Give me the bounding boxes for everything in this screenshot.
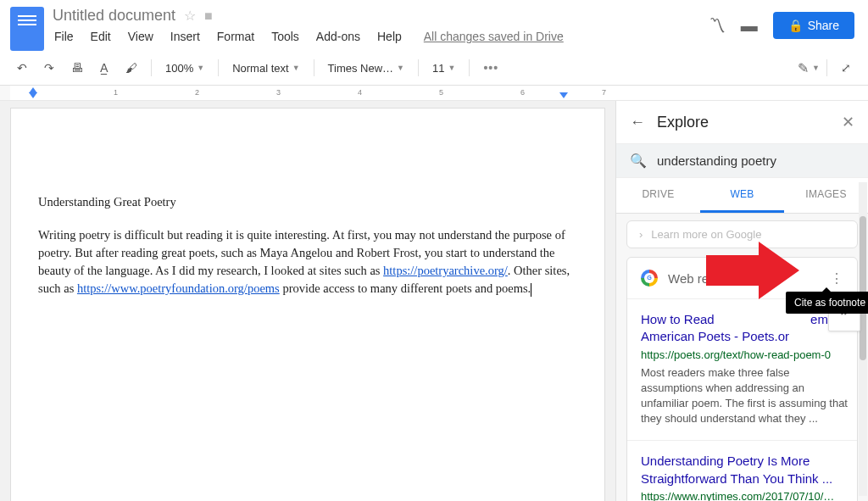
learn-more-text: Learn more on Google [651, 228, 761, 241]
ruler-tick: 4 [358, 88, 362, 97]
google-logo-icon [641, 270, 658, 287]
pencil-icon[interactable]: ✎ [798, 60, 809, 76]
menu-file[interactable]: File [53, 26, 75, 47]
paragraph-text: provide access to many different poets a… [280, 281, 531, 295]
result-url: https://www.nytimes.com/2017/07/10/… [641, 490, 843, 501]
separator [218, 59, 219, 76]
scrollbar-track[interactable] [859, 182, 867, 496]
star-icon[interactable]: ☆ [184, 8, 196, 24]
search-result: ❞ How to Read xxxxxxxxxxxxxx emy America… [627, 299, 857, 441]
activity-icon[interactable]: 〽 [709, 16, 726, 36]
document-title[interactable]: Untitled document [53, 7, 175, 25]
title-row: Untitled document ☆ ■ [53, 7, 709, 25]
tooltip-text: Cite as footnote [794, 297, 865, 309]
learn-more-card[interactable]: ›Learn more on Google [626, 220, 858, 248]
menu-tools[interactable]: Tools [270, 26, 301, 47]
main-area: Understanding Great Poetry Writing poetr… [0, 101, 868, 501]
ruler-tick: 5 [439, 88, 443, 97]
menu-format[interactable]: Format [215, 26, 256, 47]
save-status[interactable]: All changes saved in Drive [424, 30, 564, 43]
comments-icon[interactable]: ▬ [741, 16, 758, 36]
separator [826, 59, 827, 76]
document-canvas[interactable]: Understanding Great Poetry Writing poetr… [0, 101, 615, 501]
fontsize-dropdown[interactable]: 11 ▼ [426, 57, 462, 80]
ruler-tick: 3 [276, 88, 281, 97]
explore-search-bar[interactable]: 🔍 understanding poetry [616, 143, 868, 178]
doc-paragraph[interactable]: Writing poetry is difficult but reading … [38, 226, 577, 298]
explore-tabs: DRIVE WEB IMAGES [616, 178, 868, 214]
more-menu-icon[interactable]: ⋮ [830, 270, 843, 287]
result-title-link[interactable]: How to Read xxxxxxxxxxxxxx emy American … [641, 311, 852, 346]
link-poetryfoundation[interactable]: https://www.poetryfoundation.org/poems [77, 281, 280, 295]
folder-icon[interactable]: ■ [204, 8, 213, 24]
print-button[interactable]: 🖶 [64, 56, 90, 80]
explore-title: Explore [657, 114, 830, 131]
style-dropdown[interactable]: Normal text ▼ [225, 57, 306, 80]
toolbar-right: ✎ ▼ ⤢ [798, 56, 858, 80]
undo-button[interactable]: ↶ [10, 56, 34, 80]
zoom-dropdown[interactable]: 100% ▼ [159, 57, 211, 80]
spellcheck-button[interactable]: A̲ [93, 56, 115, 80]
menubar: File Edit View Insert Format Tools Add-o… [53, 26, 709, 47]
app-header: Untitled document ☆ ■ File Edit View Ins… [0, 0, 868, 51]
expand-button[interactable]: ⤢ [834, 56, 858, 80]
separator [418, 59, 419, 76]
lock-icon: 🔒 [788, 19, 803, 32]
document-page[interactable]: Understanding Great Poetry Writing poetr… [10, 108, 605, 501]
tab-drive[interactable]: DRIVE [616, 178, 700, 213]
result-url: https://poets.org/text/how-read-poem-0 [641, 348, 852, 361]
separator [469, 59, 470, 76]
right-indent-marker[interactable] [559, 92, 568, 98]
doc-heading[interactable]: Understanding Great Poetry [38, 193, 577, 211]
text-cursor [531, 283, 531, 297]
ruler-tick: 6 [520, 88, 525, 97]
fontsize-value: 11 [432, 62, 444, 75]
header-left: Untitled document ☆ ■ File Edit View Ins… [53, 7, 709, 47]
separator [151, 59, 152, 76]
ruler-tick: 7 [602, 88, 606, 97]
docs-logo-icon[interactable] [10, 7, 44, 51]
result-snippet: Most readers make three false assumption… [641, 365, 852, 427]
font-value: Times New… [328, 62, 394, 75]
paint-format-button[interactable]: 🖌 [119, 56, 144, 80]
chevron-down-icon[interactable]: ▼ [812, 64, 820, 72]
chevron-down-icon: ▼ [397, 64, 404, 72]
scrollbar-thumb[interactable] [860, 216, 866, 360]
share-label: Share [808, 19, 839, 32]
style-value: Normal text [232, 62, 288, 75]
ruler[interactable]: 1 2 3 4 5 6 7 [0, 86, 868, 101]
result-title-part: How to Read [641, 312, 715, 326]
tab-web[interactable]: WEB [700, 178, 784, 213]
more-toolbar-button[interactable]: ••• [476, 56, 505, 80]
back-arrow-icon[interactable]: ← [630, 114, 645, 131]
ruler-tick: 1 [114, 88, 118, 97]
toolbar: ↶ ↷ 🖶 A̲ 🖌 100% ▼ Normal text ▼ Times Ne… [0, 51, 868, 86]
zoom-value: 100% [165, 62, 193, 75]
font-dropdown[interactable]: Times New… ▼ [321, 57, 411, 80]
menu-view[interactable]: View [126, 26, 155, 47]
tab-images[interactable]: IMAGES [784, 178, 868, 213]
header-right: 〽 ▬ 🔒 Share [709, 12, 854, 39]
menu-addons[interactable]: Add-ons [314, 26, 362, 47]
explore-header: ← Explore ✕ [616, 101, 868, 143]
share-button[interactable]: 🔒 Share [773, 12, 854, 39]
first-line-indent-marker[interactable] [29, 92, 37, 98]
search-icon: 🔍 [630, 153, 647, 169]
close-icon[interactable]: ✕ [842, 113, 854, 131]
chevron-down-icon: ▼ [292, 64, 300, 72]
menu-insert[interactable]: Insert [169, 26, 202, 47]
chevron-down-icon: ▼ [448, 64, 455, 72]
search-query-text: understanding poetry [657, 153, 776, 168]
link-poetryarchive[interactable]: https://poetryarchive.org/ [383, 264, 508, 277]
redo-button[interactable]: ↷ [37, 56, 61, 80]
menu-help[interactable]: Help [376, 26, 403, 47]
result-title-link[interactable]: Understanding Poetry Is More Straightfor… [641, 453, 843, 487]
menu-edit[interactable]: Edit [89, 26, 113, 47]
ruler-tick: 2 [195, 88, 199, 97]
separator [314, 59, 314, 76]
chevron-down-icon: ▼ [197, 64, 204, 72]
search-result: Understanding Poetry Is More Straightfor… [627, 441, 857, 501]
